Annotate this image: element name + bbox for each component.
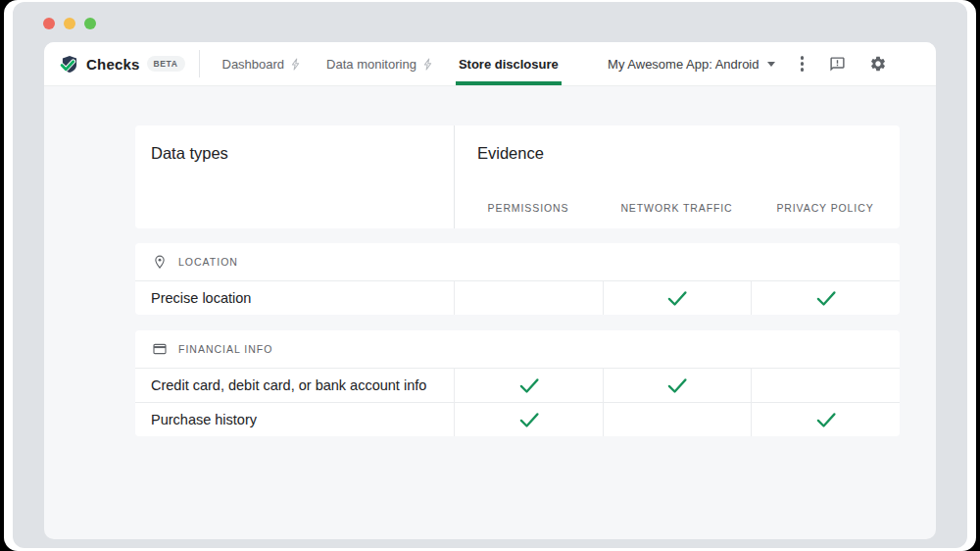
section-header: FINANCIAL INFO [135, 330, 900, 368]
app-selector-label: My Awesome App: Android [608, 57, 759, 72]
evidence-empty-cell [454, 281, 603, 315]
browser-window: Checks BETA Dashboard Data monitoring [13, 2, 967, 548]
feedback-icon[interactable] [829, 56, 846, 73]
nav-label: Data monitoring [326, 57, 416, 72]
column-divider [454, 125, 455, 228]
sections: LOCATIONPrecise locationFINANCIAL INFOCr… [135, 243, 900, 436]
evidence-check-cell [454, 369, 603, 402]
evidence-check-cell [454, 403, 603, 436]
checks-logo-icon [60, 54, 79, 75]
app-panel: Checks BETA Dashboard Data monitoring [44, 42, 936, 539]
column-header-privacy-policy: PRIVACY POLICY [751, 202, 900, 214]
lightning-bolt-icon [422, 58, 433, 71]
nav-item-store-disclosure[interactable]: Store disclosure [446, 42, 571, 85]
header-divider [199, 50, 200, 77]
traffic-lights [43, 18, 96, 29]
header-right: My Awesome App: Android [608, 54, 887, 74]
evidence-check-cell [751, 403, 900, 436]
column-header-network-traffic: NETWORK TRAFFIC [603, 202, 751, 214]
data-type-label: Precise location [135, 281, 454, 315]
evidence-header: Evidence [477, 144, 544, 162]
evidence-empty-cell [751, 369, 900, 402]
nav-label: Dashboard [222, 57, 285, 72]
brand[interactable]: Checks BETA [60, 54, 185, 75]
kebab-menu-icon[interactable] [799, 54, 807, 74]
section-label: FINANCIAL INFO [178, 343, 272, 355]
credit-card-icon [152, 341, 168, 357]
screenshot-stage: Checks BETA Dashboard Data monitoring [0, 0, 980, 551]
nav-label: Store disclosure [459, 57, 559, 72]
zoom-window-icon[interactable] [84, 18, 96, 29]
column-header-permissions: PERMISSIONS [454, 202, 603, 214]
evidence-empty-cell [603, 403, 751, 436]
chevron-down-icon [767, 62, 775, 67]
close-window-icon[interactable] [43, 18, 55, 29]
table-row: Credit card, debit card, or bank account… [135, 368, 900, 402]
table-row: Purchase history [135, 402, 900, 436]
settings-gear-icon[interactable] [869, 55, 887, 73]
table-row: Precise location [135, 280, 900, 315]
section-card: LOCATIONPrecise location [135, 243, 900, 315]
brand-name: Checks [86, 56, 140, 73]
lightning-bolt-icon [290, 58, 301, 71]
location-pin-icon [152, 254, 168, 270]
app-selector-dropdown[interactable]: My Awesome App: Android [608, 57, 774, 72]
disclosure-table: Data types Evidence PERMISSIONS NETWORK … [135, 125, 900, 452]
evidence-check-cell [751, 281, 900, 315]
minimize-window-icon[interactable] [64, 18, 75, 29]
app-header: Checks BETA Dashboard Data monitoring [44, 42, 936, 86]
data-types-header: Data types [151, 144, 228, 162]
section-header: LOCATION [135, 243, 900, 280]
nav-item-dashboard[interactable]: Dashboard [210, 42, 315, 85]
evidence-check-cell [603, 281, 751, 315]
data-type-label: Purchase history [135, 403, 454, 436]
section-label: LOCATION [178, 256, 238, 268]
main-nav: Dashboard Data monitoring Store disclosu… [210, 42, 571, 85]
section-card: FINANCIAL INFOCredit card, debit card, o… [135, 330, 900, 436]
data-type-label: Credit card, debit card, or bank account… [135, 369, 454, 402]
table-header-card: Data types Evidence PERMISSIONS NETWORK … [135, 125, 900, 228]
evidence-check-cell [603, 369, 751, 402]
nav-item-data-monitoring[interactable]: Data monitoring [314, 42, 446, 85]
beta-badge: BETA [147, 56, 185, 72]
